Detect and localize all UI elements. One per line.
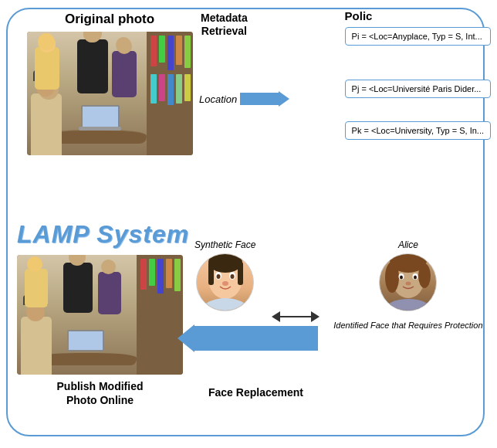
publish-label: Publish Modified Photo Online bbox=[17, 379, 183, 407]
svg-point-3 bbox=[217, 274, 221, 279]
top-photo-box bbox=[27, 32, 193, 155]
svg-point-13 bbox=[418, 263, 431, 288]
svg-point-12 bbox=[385, 262, 399, 293]
policy-title: Polic bbox=[345, 9, 491, 22]
bottom-photo-scene bbox=[17, 255, 183, 375]
double-arrow-line bbox=[280, 316, 311, 317]
bookshelf bbox=[147, 32, 193, 155]
policy-section: Polic Pi = <Loc=Anyplace, Typ = S, Int..… bbox=[345, 9, 491, 146]
policy-box-pj: Pj = <Loc=Université Paris Dider... bbox=[345, 80, 491, 98]
double-arrow-container bbox=[272, 311, 320, 322]
policy-box-pi: Pi = <Loc=Anyplace, Typ = S, Int... bbox=[345, 27, 491, 46]
scene-person1 bbox=[35, 47, 59, 90]
svg-point-5 bbox=[222, 281, 228, 286]
big-arrow-head bbox=[178, 324, 194, 352]
synthetic-face-col: Synthetic Face bbox=[194, 239, 255, 314]
svg-point-16 bbox=[400, 276, 403, 280]
bottom-photo-container: Publish Modified Photo Online bbox=[17, 255, 183, 407]
synthetic-face-circle bbox=[196, 253, 254, 311]
double-arrow-left bbox=[272, 311, 280, 322]
metadata-section: Metadata Retrieval bbox=[201, 12, 248, 41]
bookshelf-bottom bbox=[137, 255, 183, 375]
person-bottom-3 bbox=[63, 263, 93, 313]
svg-rect-7 bbox=[208, 262, 214, 285]
scene-person2 bbox=[77, 39, 108, 93]
synthetic-face-svg bbox=[197, 254, 254, 311]
alice-face-svg bbox=[380, 254, 437, 311]
synthetic-face-label: Synthetic Face bbox=[194, 239, 255, 250]
top-photo-scene bbox=[27, 32, 193, 155]
location-text: Location bbox=[199, 93, 237, 105]
scene-person3 bbox=[112, 51, 137, 97]
svg-point-18 bbox=[406, 282, 411, 286]
alice-face-circle bbox=[379, 253, 437, 311]
main-container: Original photo bbox=[0, 0, 497, 448]
face-replacement-label: Face Replacement bbox=[208, 386, 303, 399]
svg-rect-8 bbox=[238, 262, 243, 285]
bottom-photo-box bbox=[17, 255, 183, 375]
location-arrow-body bbox=[240, 93, 279, 105]
face-replacement-label-container: Face Replacement bbox=[208, 386, 303, 399]
scene-person4 bbox=[31, 93, 62, 155]
face-replacement-section: Synthetic Face bbox=[194, 239, 484, 331]
alice-label: Alice bbox=[333, 239, 482, 250]
svg-point-4 bbox=[231, 274, 235, 279]
original-photo-label: Original photo bbox=[17, 12, 202, 27]
alice-col: Alice bbox=[333, 239, 482, 331]
svg-point-19 bbox=[385, 299, 431, 311]
person-bottom-4 bbox=[98, 272, 121, 314]
left-column: Original photo bbox=[17, 12, 202, 155]
location-arrow-head bbox=[279, 91, 289, 107]
svg-point-17 bbox=[414, 276, 417, 280]
lamp-system-label: LAMP System bbox=[17, 220, 189, 249]
double-arrow-right bbox=[311, 311, 320, 322]
scene-laptop bbox=[81, 105, 120, 128]
policy-box-pk: Pk = <Loc=University, Typ = S, In... bbox=[345, 121, 491, 140]
laptop-bottom bbox=[67, 330, 104, 351]
person-bottom-1 bbox=[21, 317, 52, 375]
metadata-label: Metadata Retrieval bbox=[201, 12, 248, 38]
identified-face-label: Identified Face that Requires Protection bbox=[333, 317, 482, 331]
person-bottom-2 bbox=[25, 269, 48, 307]
svg-point-9 bbox=[202, 298, 248, 311]
location-arrow-row: Location bbox=[199, 91, 289, 107]
